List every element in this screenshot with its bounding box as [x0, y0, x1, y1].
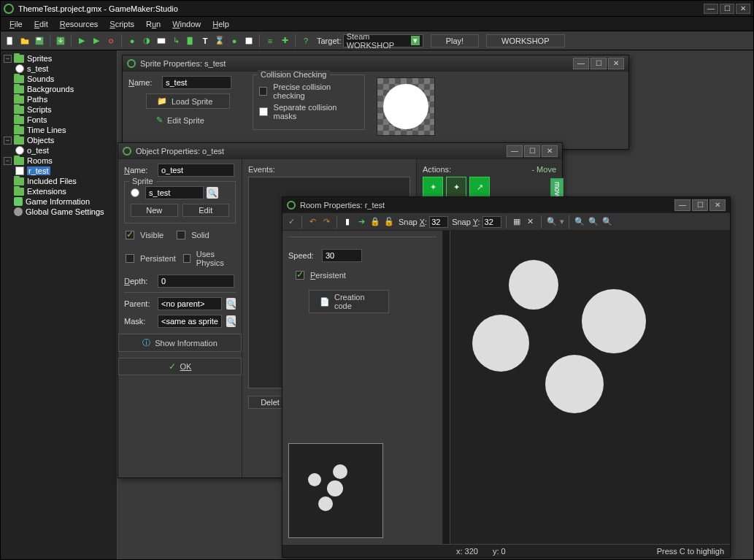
parent-lookup-icon[interactable]: 🔍 [226, 298, 236, 310]
precise-collision-checkbox[interactable]: Precise collision checking [259, 83, 358, 100]
menu-help[interactable]: Help [208, 18, 234, 30]
menu-edit[interactable]: Edit [30, 18, 53, 30]
room-instance[interactable] [582, 289, 646, 353]
edit-sprite-button[interactable]: Edit [182, 204, 230, 217]
timer-icon[interactable]: ⌛ [213, 34, 226, 47]
parent-input[interactable] [158, 297, 222, 310]
export-icon[interactable] [54, 34, 67, 47]
tool4-icon[interactable]: ↳ [169, 34, 182, 47]
save-icon[interactable] [33, 34, 46, 47]
tool2-icon[interactable]: ◑ [140, 34, 153, 47]
maximize-button[interactable]: ☐ [720, 4, 734, 14]
tree-paths[interactable]: Paths [2, 94, 115, 104]
unlock-icon[interactable]: 🔓 [383, 216, 395, 228]
stop-icon[interactable]: ⭘ [104, 34, 118, 47]
action-move-towards-icon[interactable]: ↗ [469, 177, 490, 197]
plus-icon[interactable]: ✚ [278, 34, 291, 47]
snapy-input[interactable] [482, 216, 501, 228]
tree-gameinfo[interactable]: Game Information [2, 196, 115, 207]
room-persistent-checkbox[interactable]: Persistent [296, 271, 429, 280]
menu-run[interactable]: Run [142, 18, 165, 30]
separate-masks-checkbox[interactable]: Separate collision masks [259, 103, 358, 120]
tree-extensions[interactable]: Extensions [2, 186, 115, 196]
close-button[interactable]: ✕ [736, 4, 750, 14]
room-instance[interactable] [545, 355, 604, 413]
zoom-icon[interactable]: 🔍 [546, 216, 558, 228]
new-sprite-button[interactable]: New [131, 204, 178, 217]
show-info-button[interactable]: ⓘShow Information [118, 334, 242, 352]
panel-minimize-button[interactable]: — [507, 145, 523, 157]
panel-close-button[interactable]: ✕ [709, 199, 726, 211]
help-icon[interactable]: ? [299, 34, 312, 47]
menu-scripts[interactable]: Scripts [105, 18, 139, 30]
room-minimap[interactable] [288, 443, 383, 538]
sprite-name-input[interactable] [162, 76, 231, 89]
tool5-icon[interactable] [184, 34, 197, 47]
panel-maximize-button[interactable]: ☐ [524, 145, 540, 157]
tree-item-s-test[interactable]: s_test [2, 64, 115, 74]
panel-maximize-button[interactable]: ☐ [692, 199, 708, 211]
tree-rooms[interactable]: −Rooms [2, 156, 115, 166]
solid-checkbox[interactable]: Solid [177, 231, 209, 239]
creation-code-button[interactable]: 📄Creation code [309, 290, 389, 313]
room-instance[interactable] [472, 315, 529, 372]
new-project-icon[interactable] [4, 34, 17, 47]
tree-fonts[interactable]: Fonts [2, 115, 115, 125]
tool3-icon[interactable] [155, 34, 168, 47]
target-dropdown[interactable]: Steam WORKSHOP ▾ [343, 34, 423, 47]
tree-item-r-test[interactable]: r_test [2, 166, 115, 176]
menu-window[interactable]: Window [168, 18, 205, 30]
tree-sprites[interactable]: −Sprites [2, 53, 115, 64]
mask-input[interactable] [158, 315, 222, 328]
panel-minimize-button[interactable]: — [573, 58, 589, 69]
speed-input[interactable] [322, 249, 362, 262]
object-sprite-input[interactable] [145, 186, 204, 199]
snapx-input[interactable] [429, 216, 448, 228]
panel-maximize-button[interactable]: ☐ [590, 58, 607, 69]
zoom-out-icon[interactable]: 🔍 [574, 216, 585, 228]
panel-close-button[interactable]: ✕ [608, 58, 624, 69]
minimize-button[interactable]: — [704, 4, 718, 14]
workshop-button[interactable]: WORKSHOP [486, 34, 564, 47]
undo-icon[interactable]: ↶ [307, 216, 318, 228]
depth-input[interactable] [158, 275, 234, 288]
tool1-icon[interactable]: ● [126, 34, 139, 47]
room-instance[interactable] [509, 260, 558, 310]
iso-grid-icon[interactable]: ✕ [525, 216, 536, 228]
tree-item-o-test[interactable]: o_test [2, 145, 115, 156]
load-sprite-button[interactable]: 📁Load Sprite [146, 93, 230, 109]
menu-file[interactable]: File [5, 18, 27, 30]
tree-globalsettings[interactable]: Global Game Settings [2, 207, 115, 217]
panel-close-button[interactable]: ✕ [542, 145, 558, 157]
tree-objects[interactable]: −Objects [2, 135, 115, 145]
debug-icon[interactable]: ▶ [90, 34, 103, 47]
list-icon[interactable]: ≡ [263, 34, 277, 47]
tree-sounds[interactable]: Sounds [2, 74, 115, 84]
run-icon[interactable]: ▶ [75, 34, 88, 47]
lock-icon[interactable]: 🔒 [369, 216, 381, 228]
zoom-in-icon[interactable]: 🔍 [601, 216, 613, 228]
open-project-icon[interactable] [18, 34, 31, 47]
action-move-grid-icon[interactable]: ✦ [423, 177, 443, 197]
tree-included[interactable]: Included Files [2, 176, 115, 186]
visible-checkbox[interactable]: Visible [126, 231, 164, 239]
text-icon[interactable]: T [199, 34, 212, 47]
forward-icon[interactable]: ➔ [355, 216, 367, 228]
persistent-checkbox[interactable]: Persistent [126, 250, 176, 267]
page-icon[interactable]: ▮ [342, 216, 353, 228]
physics-checkbox[interactable]: Uses Physics [183, 250, 234, 267]
panel-minimize-button[interactable]: — [674, 199, 690, 211]
action-move-free-icon[interactable]: ✦ [446, 177, 466, 197]
object-name-input[interactable] [158, 164, 234, 177]
tree-scripts[interactable]: Scripts [2, 104, 115, 115]
confirm-icon[interactable]: ✓ [285, 216, 297, 228]
redo-icon[interactable]: ↷ [320, 216, 332, 228]
menu-resources[interactable]: Resources [55, 18, 103, 30]
ok-button[interactable]: ✓OK [118, 358, 242, 375]
zoom-reset-icon[interactable]: 🔍 [588, 216, 599, 228]
sprite-lookup-icon[interactable]: 🔍 [207, 187, 218, 199]
edit-sprite-button[interactable]: ✎Edit Sprite [146, 113, 230, 127]
tree-backgrounds[interactable]: Backgrounds [2, 84, 115, 94]
circle-icon[interactable]: ● [228, 34, 241, 47]
tree-timelines[interactable]: Time Lines [2, 125, 115, 135]
